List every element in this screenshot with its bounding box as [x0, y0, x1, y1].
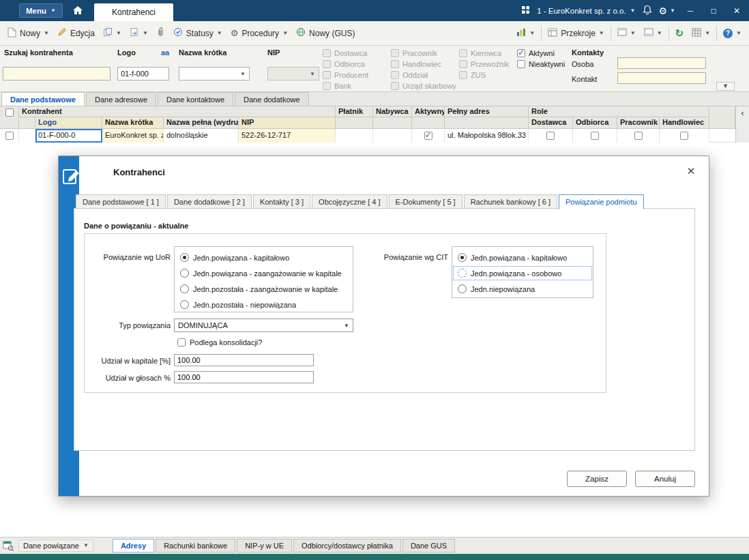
cell-dostawca[interactable]: [529, 129, 573, 143]
radio-cit-2[interactable]: Jedn.niepowiązana: [452, 281, 593, 297]
view-tab-dane-adresowe[interactable]: Dane adresowe: [86, 92, 156, 106]
person-input[interactable]: [617, 57, 706, 69]
bottom-tab-adresy[interactable]: Adresy: [113, 539, 154, 552]
relation-type-combo[interactable]: DOMINUJĄCA ▼: [174, 319, 353, 332]
col-header-odbiorca[interactable]: Odbiorca: [573, 117, 617, 129]
odbiorca-checkbox[interactable]: [591, 132, 599, 140]
checkbox-aktywni[interactable]: Aktywni: [517, 49, 555, 57]
cell-pelny-adres[interactable]: ul. Małopolska 98lok.33: [445, 129, 529, 143]
cell-platnik[interactable]: [336, 129, 373, 143]
cell-pracownik[interactable]: [617, 129, 660, 143]
radio-uor-3[interactable]: Jedn.pozostała - niepowiązana: [175, 297, 353, 312]
grid-settings-button[interactable]: ▼: [688, 25, 714, 42]
view-tab-dane-dodatkowe[interactable]: Dane dodatkowe: [235, 92, 309, 106]
close-button[interactable]: ✕: [729, 3, 745, 19]
dialog-tab-powiazanie-podmiotu[interactable]: Powiązanie podmiotu: [559, 194, 644, 209]
col-header-aktywny[interactable]: Aktywny: [412, 106, 445, 117]
cell-nazwa-krotka[interactable]: EuroKonkret sp. z o.o.: [102, 129, 164, 143]
save-button[interactable]: Zapisz: [567, 471, 627, 487]
votes-share-input[interactable]: [174, 371, 314, 383]
cancel-button[interactable]: Anuluj: [635, 471, 695, 487]
procedures-button[interactable]: ⚙ Procedury ▼: [226, 26, 292, 41]
table-row[interactable]: 01-F-000-0 EuroKonkret sp. z o.o. dolnoś…: [0, 129, 735, 143]
chart-button[interactable]: ▼: [512, 25, 539, 42]
related-data-button[interactable]: Dane powiązane ▼: [18, 540, 93, 552]
col-header-logo[interactable]: Logo: [35, 117, 102, 129]
settings-gear-button[interactable]: ⚙▼: [659, 5, 675, 16]
col-header-pracownik[interactable]: Pracownik: [617, 117, 660, 129]
dialog-tab-obcojezyczne[interactable]: Obcojęzyczne [ 4 ]: [312, 194, 387, 209]
dialog-tab-edokumenty[interactable]: E-Dokumenty [ 5 ]: [389, 194, 462, 209]
apps-grid-icon[interactable]: [521, 5, 530, 16]
cell-logo[interactable]: 01-F-000-0: [35, 129, 102, 143]
select-all-checkbox[interactable]: [5, 108, 14, 117]
dialog-tab-rachunek-bankowy[interactable]: Rachunek bankowy [ 6 ]: [464, 194, 557, 209]
cell-nip[interactable]: 522-26-12-717: [239, 129, 336, 143]
company-selector[interactable]: 1 - EuroKonkret sp. z o.o. ▼: [537, 7, 635, 15]
document-actions-button[interactable]: ▼: [126, 25, 152, 42]
col-header-nazwa-pelna[interactable]: Nazwa pełna (wydruki): [164, 117, 239, 129]
radio-uor-2[interactable]: Jedn.pozostała - zaangażowanie w kapital…: [175, 281, 353, 297]
attachment-button[interactable]: [152, 25, 169, 42]
short-name-combo[interactable]: ▼: [179, 67, 250, 80]
radio-uor-1[interactable]: Jedn.powiązana - zaangażowanie w kapital…: [175, 265, 353, 281]
col-header-pelny-adres[interactable]: Pełny adres: [445, 106, 529, 117]
dialog-tab-dane-dodatkowe[interactable]: Dane dodatkowe [ 2 ]: [167, 194, 252, 209]
copy-button[interactable]: ▼: [99, 25, 126, 42]
col-header-nip[interactable]: NIP: [239, 117, 336, 129]
new-gus-button[interactable]: Nowy (GUS): [292, 25, 359, 42]
logo-input[interactable]: [117, 67, 169, 80]
maximize-button[interactable]: □: [705, 3, 722, 19]
row-checkbox[interactable]: [5, 132, 14, 140]
edit-button[interactable]: Edycja: [53, 25, 99, 42]
cell-aktywny[interactable]: [412, 129, 445, 143]
tab-kontrahenci[interactable]: Kontrahenci: [94, 3, 173, 21]
search-input[interactable]: [3, 67, 111, 80]
minimize-button[interactable]: ─: [682, 3, 699, 19]
panel-layout-button-2[interactable]: ▼: [640, 25, 666, 41]
pracownik-checkbox[interactable]: [634, 132, 643, 140]
cell-handlowiec[interactable]: [660, 129, 709, 143]
consolidation-checkbox[interactable]: Podlega konsolidacji?: [177, 338, 262, 347]
menu-button[interactable]: Menu ▼: [19, 3, 63, 18]
group-header-role[interactable]: Role: [529, 106, 709, 117]
group-header-kontrahent[interactable]: Kontrahent: [19, 106, 336, 117]
cell-nazwa-pelna[interactable]: dolnośląskie: [164, 129, 239, 143]
handlowiec-checkbox[interactable]: [680, 132, 688, 140]
row-select-cell[interactable]: [0, 129, 19, 143]
radio-cit-0[interactable]: Jedn.powiązana - kapitałowo: [452, 250, 593, 265]
dialog-tab-kontakty[interactable]: Kontakty [ 3 ]: [253, 194, 310, 209]
col-header-handlowiec[interactable]: Handlowiec: [660, 117, 709, 129]
select-all-cell[interactable]: [0, 106, 19, 129]
bottom-tab-odbiorcy-dostawcy[interactable]: Odbiorcy/dostawcy płatnika: [293, 539, 401, 552]
bottom-tab-nipy-w-ue[interactable]: NIP-y w UE: [237, 539, 292, 552]
aktywny-checkbox[interactable]: [424, 132, 432, 140]
new-button[interactable]: Nowy ▼: [3, 25, 53, 42]
statuses-button[interactable]: Statusy ▼: [169, 25, 226, 42]
dostawca-checkbox[interactable]: [546, 132, 555, 140]
col-header-platnik[interactable]: Płatnik: [336, 106, 373, 117]
collapse-panel-button[interactable]: ‹: [735, 106, 749, 143]
view-tab-dane-podstawowe[interactable]: Dane podstawowe: [1, 92, 85, 106]
radio-cit-1[interactable]: Jedn.powiązana - osobowo: [452, 265, 593, 281]
dialog-tab-dane-podstawowe[interactable]: Dane podstawowe [ 1 ]: [76, 194, 166, 209]
help-button[interactable]: ? ▼: [719, 26, 746, 41]
bell-icon[interactable]: [643, 5, 652, 16]
views-button[interactable]: Przekroje ▼: [544, 25, 608, 42]
bottom-tab-rachunki-bankowe[interactable]: Rachunki bankowe: [156, 539, 235, 552]
filter-expand-button[interactable]: ▼: [716, 82, 735, 91]
col-header-nazwa-krotka[interactable]: Nazwa krótka: [102, 117, 164, 129]
refresh-button[interactable]: ↻: [671, 25, 688, 41]
radio-uor-0[interactable]: Jedn.powiązana - kapitałowo: [175, 250, 353, 265]
col-header-nabywca[interactable]: Nabywca: [373, 106, 412, 117]
capital-share-input[interactable]: [174, 354, 314, 366]
checkbox-nieaktywni[interactable]: Nieaktywni: [517, 60, 565, 68]
bottom-tab-dane-gus[interactable]: Dane GUS: [402, 539, 455, 552]
panel-layout-button[interactable]: ▼: [613, 25, 640, 41]
cell-nabywca[interactable]: [373, 129, 412, 143]
case-toggle-button[interactable]: aa: [161, 48, 169, 57]
cell-odbiorca[interactable]: [573, 129, 617, 143]
home-button[interactable]: [72, 5, 83, 16]
col-header-dostawca[interactable]: Dostawca: [529, 117, 573, 129]
contact-input[interactable]: [617, 72, 706, 84]
